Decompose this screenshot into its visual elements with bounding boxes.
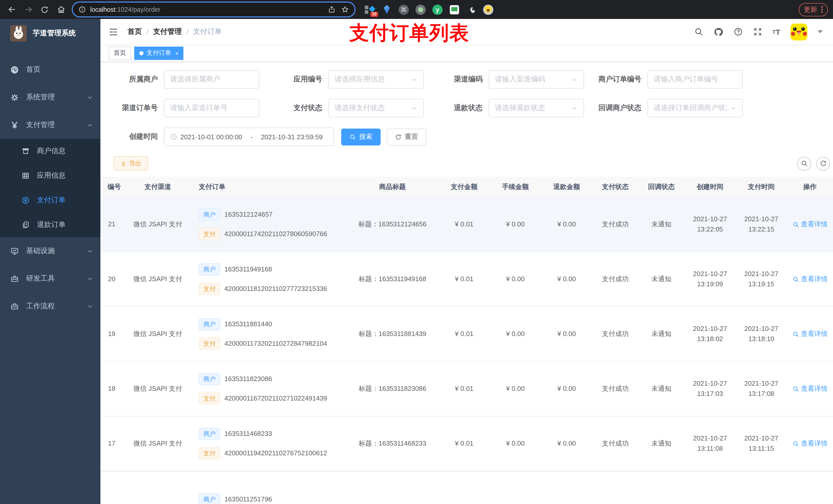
chevron-down-icon <box>87 248 93 254</box>
search-icon[interactable] <box>694 27 703 37</box>
help-icon[interactable] <box>733 27 743 37</box>
table-row: 17 微信 JSAPI 支付 商户 1635311468233 支付 42000… <box>100 416 833 471</box>
sidebar: 芋道管理系统 首页 系统管理 支付管理 <box>0 19 100 504</box>
view-detail-link[interactable]: 查看详情 <box>792 329 828 339</box>
browser-menu-icon[interactable] <box>821 6 823 13</box>
sidebar-item-home[interactable]: 首页 <box>0 56 100 83</box>
merchant-select[interactable]: 请选择所属商户 <box>164 70 259 89</box>
cell-refund: ¥ 0.00 <box>541 438 592 449</box>
bookmark-star-icon[interactable] <box>340 3 349 16</box>
app-logo[interactable]: 芋道管理系统 <box>0 19 100 48</box>
view-detail-link[interactable]: 查看详情 <box>792 438 828 449</box>
pay-tag: 支付 <box>199 283 220 295</box>
breadcrumb-home[interactable]: 首页 <box>127 27 142 37</box>
tab-close-icon[interactable]: × <box>175 50 178 56</box>
view-detail-link[interactable]: 查看详情 <box>792 384 828 394</box>
tab-home[interactable]: 首页 <box>109 46 131 60</box>
merchant-tag: 商户 <box>199 493 220 504</box>
extension-icon-kite[interactable] <box>382 4 392 15</box>
pay-tag: 支付 <box>199 392 220 405</box>
cell-pay-order: 商户 1635311823086 支付 42000011672021102710… <box>193 373 346 405</box>
page-title-annotation: 支付订单列表 <box>349 20 469 46</box>
extension-icon-y[interactable]: y <box>432 4 443 15</box>
col-amount: 支付金额 <box>438 182 490 192</box>
cell-id: 21 <box>100 219 123 230</box>
view-detail-link[interactable]: 查看详情 <box>792 219 828 230</box>
grid-icon <box>22 172 30 180</box>
browser-update-button[interactable]: 更新 <box>799 3 828 16</box>
home-icon[interactable] <box>54 3 68 16</box>
merchant-order-no: 1635311823086 <box>224 374 272 384</box>
github-icon[interactable] <box>713 27 723 37</box>
extension-icon-command[interactable]: ⌘ <box>399 4 409 15</box>
clock-icon <box>170 133 177 140</box>
pay-status-select[interactable]: 请选择支付状态 <box>328 99 424 117</box>
table-row: 19 微信 JSAPI 支付 商户 1635311881440 支付 42000… <box>100 307 833 362</box>
sidebar-item-workflow[interactable]: 工作流程 <box>0 292 100 320</box>
sidebar-item-dev-tools[interactable]: 研发工具 <box>0 265 100 292</box>
cell-paid-time: 2021-10-2713:18:10 <box>736 324 787 344</box>
refund-status-select[interactable]: 请选择退款状态 <box>489 99 584 117</box>
export-button[interactable]: 导出 <box>114 156 148 171</box>
table-header: 编号 支付渠道 支付订单 商品标题 支付金额 手续金额 退款金额 支付状态 回调… <box>100 177 833 197</box>
font-size-icon[interactable]: TT <box>772 27 780 36</box>
merchant-order-no: 1635311881440 <box>224 319 272 329</box>
tags-view-bar: 首页 支付订单 × <box>100 45 833 62</box>
magnifier-icon <box>792 276 799 283</box>
cell-pay-order: 商户 1635311468233 支付 42000011942021102767… <box>193 428 346 459</box>
sidebar-item-refund-order[interactable]: 退款订单 <box>0 213 100 237</box>
cell-fee: ¥ 0.00 <box>490 219 541 230</box>
cell-amount: ¥ 0.01 <box>438 384 490 394</box>
cell-pay-order: 商户 1635311949168 支付 42000011812021102777… <box>193 263 346 295</box>
extension-icon-blocks[interactable]: 10 <box>365 4 375 15</box>
sidebar-item-merchant-info[interactable]: 商户信息 <box>0 139 100 163</box>
back-icon[interactable] <box>5 3 19 16</box>
cell-fee: ¥ 0.00 <box>490 438 541 449</box>
sidebar-toggle-icon[interactable] <box>109 27 118 37</box>
cell-amount: ¥ 0.01 <box>438 219 490 230</box>
dashboard-icon <box>10 65 19 74</box>
breadcrumb-payment[interactable]: 支付管理 <box>153 27 182 37</box>
cell-paid-time: 2021-10-2713:17:08 <box>736 379 787 399</box>
reset-button[interactable]: 重置 <box>387 128 426 145</box>
url-bar[interactable]: localhost:1024/pay/order <box>73 3 355 16</box>
date-range-picker[interactable]: 2021-10-01 00:00:00 - 2021-10-31 23:59:5… <box>164 127 334 146</box>
extension-icon-chat[interactable] <box>449 4 459 15</box>
user-menu-caret-icon[interactable] <box>818 30 823 33</box>
site-info-icon[interactable] <box>78 3 86 16</box>
profile-avatar-icon[interactable] <box>483 4 493 15</box>
forward-icon[interactable] <box>22 3 35 16</box>
sidebar-item-infrastructure[interactable]: 基础设施 <box>0 237 100 265</box>
cell-id: 19 <box>100 329 123 339</box>
chevron-down-icon <box>730 105 737 112</box>
merchant-order-no-input[interactable]: 请输入商户订单编号 <box>647 70 743 89</box>
cell-amount: ¥ 0.01 <box>438 329 490 339</box>
col-notify: 回调状态 <box>638 182 685 192</box>
filter-label-callback-status: 回调商户状态 <box>592 103 647 113</box>
tab-pay-order[interactable]: 支付订单 × <box>134 46 184 60</box>
refresh-table-button[interactable] <box>816 157 830 170</box>
pay-transaction-no: 4200001194202110276752100612 <box>224 448 327 458</box>
callback-status-select[interactable]: 请选择订单回调商户状态 <box>647 99 743 117</box>
cell-refund: ¥ 0.00 <box>541 274 592 284</box>
fullscreen-icon[interactable] <box>753 27 762 37</box>
sidebar-item-pay-order[interactable]: 支付订单 <box>0 188 100 213</box>
logo-rabbit-icon <box>10 25 27 42</box>
channel-order-no-input[interactable]: 请输入渠道订单号 <box>164 99 259 117</box>
extensions-puzzle-icon[interactable] <box>466 4 476 15</box>
app-select[interactable]: 请选择应用信息 <box>328 70 424 89</box>
sidebar-item-payment[interactable]: 支付管理 <box>0 111 100 139</box>
extension-icon-recorder[interactable] <box>415 4 426 15</box>
user-avatar[interactable] <box>790 23 807 40</box>
sidebar-item-app-info[interactable]: 应用信息 <box>0 163 100 188</box>
share-icon[interactable] <box>327 3 336 16</box>
search-button[interactable]: 搜索 <box>341 128 381 145</box>
sidebar-item-system[interactable]: 系统管理 <box>0 83 100 111</box>
reload-icon[interactable] <box>38 3 51 16</box>
cell-channel: 微信 JSAPI 支付 <box>123 274 193 284</box>
cell-fee: ¥ 0.00 <box>490 274 541 284</box>
view-detail-link[interactable]: 查看详情 <box>792 274 828 284</box>
toggle-search-button[interactable] <box>797 157 811 170</box>
cell-fee: ¥ 0.00 <box>490 384 541 394</box>
channel-code-select[interactable]: 请输入渠道编码 <box>489 70 584 89</box>
